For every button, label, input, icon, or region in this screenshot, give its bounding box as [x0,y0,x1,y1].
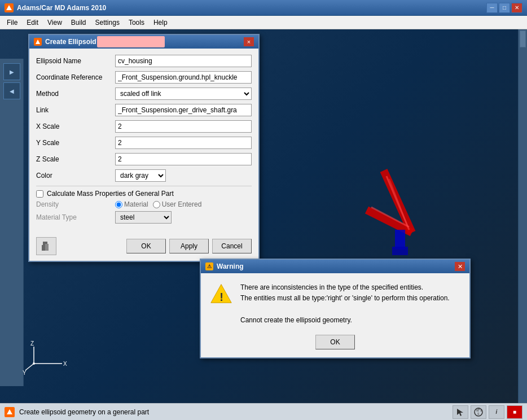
info-button[interactable] [36,237,56,255]
warning-triangle-svg: ! [210,281,232,306]
svg-text:!: ! [219,291,223,303]
menu-settings[interactable]: Settings [91,18,124,28]
svg-marker-17 [36,40,40,44]
y-scale-input[interactable] [115,137,252,149]
method-select-wrapper: scaled off link user defined [115,88,252,100]
x-scale-input[interactable] [115,120,252,133]
ellipsoid-dialog-close[interactable]: × [244,37,254,46]
ellipsoid-dialog: Create Ellipsoid Geometry × Ellipsoid Na… [28,34,260,262]
svg-marker-0 [6,5,12,10]
ellipsoid-name-label: Ellipsoid Name [36,57,115,65]
info-tool[interactable]: i [489,405,504,419]
status-bar: Create ellipsoid geometry on a general p… [0,403,527,420]
color-label: Color [36,172,115,180]
ellipsoid-dialog-footer: OK Apply Cancel [29,234,258,261]
material-type-row: Material Type steel aluminum titanium [36,211,252,224]
ellipsoid-dialog-title: Create Ellipsoid Geometry × [29,35,258,49]
scrollbar-thumb[interactable] [520,30,526,47]
warning-body: ! There are inconsistencies in the type … [201,273,469,330]
warning-title-icon: ⚠ [205,262,213,270]
menu-edit[interactable]: Edit [22,18,43,28]
color-select-wrapper: dark gray red blue green [115,169,252,182]
calc-mass-row: Calculate Mass Properties of General Par… [36,190,252,198]
svg-text:X: X [63,361,67,367]
right-scrollbar[interactable] [518,29,527,403]
y-scale-row: Y Scale [36,136,252,150]
3d-geometry-svg [327,142,440,255]
color-select[interactable]: dark gray red blue green [115,169,166,182]
link-label: Link [36,106,115,114]
svg-text:Z: Z [30,341,34,347]
warning-dialog-title: ⚠ Warning ✕ [201,260,469,273]
material-radio-label: Material [115,200,148,208]
density-label: Density [36,200,115,208]
warning-line2: The entities must all be type:'right' or… [240,293,450,304]
warning-title-text: Warning [217,262,244,270]
minimize-button[interactable]: ─ [486,3,498,13]
svg-rect-18 [42,245,45,251]
divider-1 [36,186,252,186]
warning-line4: Cannot create the ellipsoid geometry. [240,315,450,326]
y-scale-label: Y Scale [36,139,115,147]
title-highlight [97,36,165,47]
ellipsoid-name-input[interactable] [115,55,252,67]
material-radio-text: Material [124,200,148,208]
z-scale-input[interactable] [115,153,252,165]
warning-close-button[interactable]: ✕ [455,262,465,271]
menu-view[interactable]: View [43,18,67,28]
link-input[interactable] [115,104,252,116]
x-scale-label: X Scale [36,123,115,130]
warning-footer: OK [201,330,469,357]
coord-axis-svg: X Z Y [23,341,73,375]
user-entered-radio-label: User Entered [153,200,202,208]
menu-file[interactable]: File [2,18,22,28]
density-row: Density Material User Entered [36,200,252,208]
coord-axis: X Z Y [23,341,73,375]
app-title: Adams/Car MD Adams 2010 [17,4,106,12]
menu-tools[interactable]: Tools [124,18,149,28]
x-scale-row: X Scale [36,120,252,133]
menu-help[interactable]: Help [149,18,172,28]
svg-rect-7 [392,247,408,255]
material-type-select[interactable]: steel aluminum titanium [115,211,172,224]
coord-ref-label: Coordinate Reference [36,73,115,81]
color-row: Color dark gray red blue green [36,169,252,182]
compass-tool[interactable]: W E N S [471,405,486,419]
svg-marker-24 [457,409,463,416]
warning-text: There are inconsistencies in the type of… [240,282,450,326]
coord-ref-input[interactable] [115,71,252,84]
menu-bar: File Edit View Build Settings Tools Help [0,16,527,29]
close-app-button[interactable]: ✕ [511,3,522,13]
svg-rect-20 [45,244,49,251]
z-scale-row: Z Scale [36,152,252,166]
user-entered-radio[interactable] [153,201,160,208]
apply-button[interactable]: Apply [169,239,209,253]
svg-point-16 [33,362,35,365]
ellipsoid-dialog-icon [34,38,42,46]
warning-ok-button[interactable]: OK [315,335,355,349]
material-type-label: Material Type [36,213,115,221]
svg-text:N: N [478,407,480,410]
cursor-tool[interactable] [453,405,468,419]
ellipsoid-dialog-body: Ellipsoid Name Coordinate Reference Meth… [29,49,258,234]
cancel-button[interactable]: Cancel [212,239,252,253]
method-label: Method [36,90,115,98]
link-row: Link [36,103,252,117]
ok-button[interactable]: OK [126,239,166,253]
maximize-button[interactable]: □ [499,3,510,13]
stop-tool[interactable]: ■ [507,405,522,419]
calc-mass-checkbox[interactable] [36,190,43,198]
svg-text:Y: Y [23,370,27,375]
svg-text:S: S [477,412,480,415]
ellipsoid-name-row: Ellipsoid Name [36,54,252,68]
warning-dialog: ⚠ Warning ✕ ! There are inconsistencies … [200,259,471,358]
method-select[interactable]: scaled off link user defined [115,88,252,100]
warning-line1: There are inconsistencies in the type of… [240,282,450,293]
title-controls: ─ □ ✕ [486,3,522,13]
menu-build[interactable]: Build [67,18,91,28]
app-icon [5,3,14,12]
status-icon [5,407,15,417]
material-radio[interactable] [115,201,122,208]
svg-line-12 [25,364,34,370]
user-entered-radio-text: User Entered [162,200,202,208]
